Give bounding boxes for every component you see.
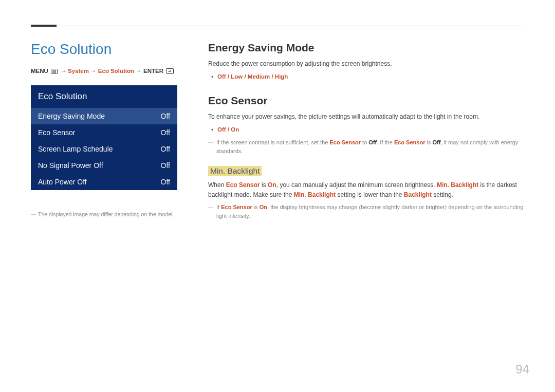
breadcrumb-system: System <box>68 68 89 74</box>
option-value: Low <box>231 73 243 80</box>
left-column: Eco Solution MENU → System → Eco Solutio… <box>31 42 177 219</box>
menu-row-label: Eco Sensor <box>38 128 75 137</box>
breadcrumb-arrow: → <box>60 68 66 74</box>
option-value: On <box>231 126 239 133</box>
menu-row-value: Off <box>161 145 170 153</box>
menu-row-screen-lamp[interactable]: Screen Lamp Schedule Off <box>31 141 177 157</box>
menu-row-value: Off <box>161 112 170 120</box>
term-off: Off <box>432 139 440 145</box>
right-column: Energy Saving Mode Reduce the power cons… <box>208 42 524 223</box>
energy-saving-options: Off / Low / Medium / High <box>208 72 524 81</box>
menu-row-eco-sensor[interactable]: Eco Sensor Off <box>31 124 177 141</box>
manual-page: Eco Solution MENU → System → Eco Solutio… <box>0 0 555 392</box>
menu-row-value: Off <box>161 128 170 137</box>
eco-sensor-desc: To enhance your power savings, the pictu… <box>208 112 524 122</box>
image-disclaimer-note: The displayed image may differ depending… <box>31 211 177 219</box>
option-value: High <box>275 73 288 80</box>
top-rule <box>31 26 524 26</box>
heading-eco-sensor: Eco Sensor <box>208 95 524 107</box>
enter-icon <box>166 68 174 76</box>
eco-sensor-note: If the screen contrast is not sufficient… <box>208 138 524 156</box>
term-min-backlight: Min. Backlight <box>294 191 336 198</box>
term-on: On <box>268 181 276 189</box>
menu-row-label: Auto Power Off <box>38 178 87 186</box>
menu-row-label: Energy Saving Mode <box>38 112 105 120</box>
heading-energy-saving: Energy Saving Mode <box>208 42 524 54</box>
term-off: Off <box>368 139 377 145</box>
min-backlight-note: If Eco Sensor is On, the display brightn… <box>208 203 524 220</box>
term-eco-sensor: Eco Sensor <box>394 139 425 145</box>
menu-row-value: Off <box>161 178 170 186</box>
term-eco-sensor: Eco Sensor <box>330 139 361 145</box>
heading-min-backlight: Min. Backlight <box>208 166 262 176</box>
term-backlight: Backlight <box>404 191 432 198</box>
option-value: Medium <box>248 73 270 80</box>
page-number: 94 <box>515 362 529 377</box>
energy-saving-desc: Reduce the power consumption by adjustin… <box>208 59 524 69</box>
option-value: Off <box>217 73 226 80</box>
term-min-backlight: Min. Backlight <box>437 181 478 189</box>
menu-panel-header: Eco Solution <box>31 85 177 108</box>
settings-menu-panel: Eco Solution Energy Saving Mode Off Eco … <box>31 85 177 190</box>
option-list-item: Off / On <box>217 125 524 134</box>
term-eco-sensor: Eco Sensor <box>226 181 260 189</box>
term-eco-sensor: Eco Sensor <box>221 204 252 210</box>
breadcrumb-arrow: → <box>90 68 97 74</box>
breadcrumb: MENU → System → Eco Solution → ENTER <box>31 67 177 76</box>
breadcrumb-menu-label: MENU <box>31 68 48 74</box>
eco-sensor-options: Off / On <box>208 125 524 134</box>
menu-row-label: Screen Lamp Schedule <box>38 145 113 153</box>
breadcrumb-eco: Eco Solution <box>98 68 134 74</box>
breadcrumb-enter-label: ENTER <box>143 68 163 74</box>
menu-row-label: No Signal Power Off <box>38 161 103 170</box>
page-title: Eco Solution <box>31 42 177 58</box>
min-backlight-desc: When Eco Sensor is On, you can manually … <box>208 180 524 199</box>
breadcrumb-arrow: → <box>136 68 142 74</box>
menu-row-no-signal[interactable]: No Signal Power Off Off <box>31 157 177 174</box>
option-value: Off <box>217 126 226 133</box>
option-list-item: Off / Low / Medium / High <box>217 72 524 81</box>
menu-row-value: Off <box>161 161 170 170</box>
content-columns: Eco Solution MENU → System → Eco Solutio… <box>31 42 524 223</box>
menu-row-auto-power-off[interactable]: Auto Power Off Off <box>31 174 177 190</box>
menu-icon <box>51 68 58 76</box>
term-on: On <box>260 204 267 210</box>
menu-row-energy-saving[interactable]: Energy Saving Mode Off <box>31 108 177 124</box>
